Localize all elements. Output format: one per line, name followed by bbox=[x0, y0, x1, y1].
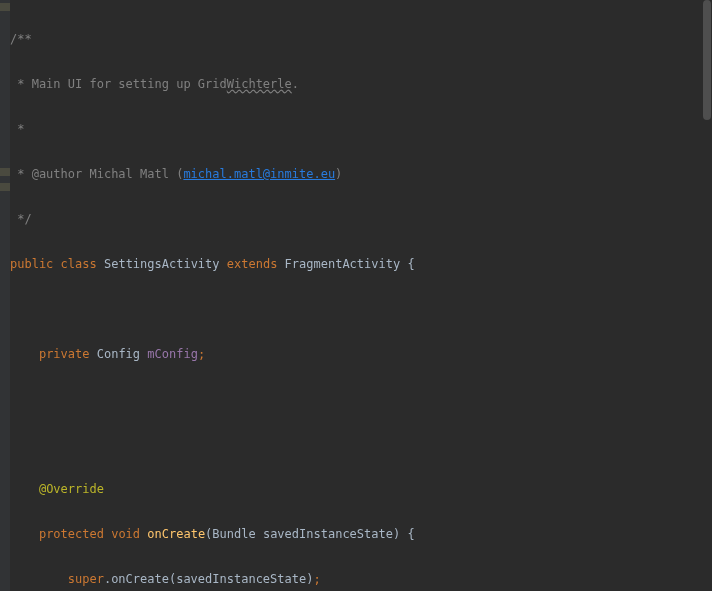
keyword: protected bbox=[39, 527, 104, 541]
comment: */ bbox=[10, 212, 32, 226]
method-name: onCreate bbox=[147, 527, 205, 541]
type: Config bbox=[97, 347, 140, 361]
keyword: public bbox=[10, 257, 53, 271]
author-email[interactable]: michal.matl@inmite.eu bbox=[183, 167, 335, 181]
keyword: super bbox=[68, 572, 104, 586]
comment: * @author Michal Matl ( bbox=[10, 167, 183, 181]
gutter-mark bbox=[0, 3, 10, 11]
keyword: private bbox=[39, 347, 90, 361]
comment: ) bbox=[335, 167, 342, 181]
parent-class: FragmentActivity { bbox=[285, 257, 415, 271]
field: mConfig bbox=[147, 347, 198, 361]
class-name: SettingsActivity bbox=[104, 257, 220, 271]
gutter bbox=[0, 0, 10, 591]
params: (Bundle savedInstanceState) { bbox=[205, 527, 415, 541]
keyword: class bbox=[61, 257, 97, 271]
code-area[interactable]: /** * Main UI for setting up GridWichter… bbox=[10, 0, 702, 591]
semicolon: ; bbox=[198, 347, 205, 361]
semicolon: ; bbox=[313, 572, 320, 586]
gutter-mark bbox=[0, 183, 10, 191]
warning-word: Wichterle bbox=[227, 77, 292, 91]
code-editor[interactable]: /** * Main UI for setting up GridWichter… bbox=[0, 0, 712, 591]
keyword: void bbox=[111, 527, 140, 541]
comment: * Main UI for setting up Grid bbox=[10, 77, 227, 91]
scrollbar-vertical[interactable] bbox=[702, 0, 712, 591]
scrollbar-thumb[interactable] bbox=[703, 0, 711, 120]
call: .onCreate(savedInstanceState) bbox=[104, 572, 314, 586]
comment: /** bbox=[10, 32, 32, 46]
annotation: @Override bbox=[39, 482, 104, 496]
gutter-mark bbox=[0, 168, 10, 176]
keyword: extends bbox=[227, 257, 278, 271]
comment: . bbox=[292, 77, 299, 91]
comment: * bbox=[10, 122, 24, 136]
